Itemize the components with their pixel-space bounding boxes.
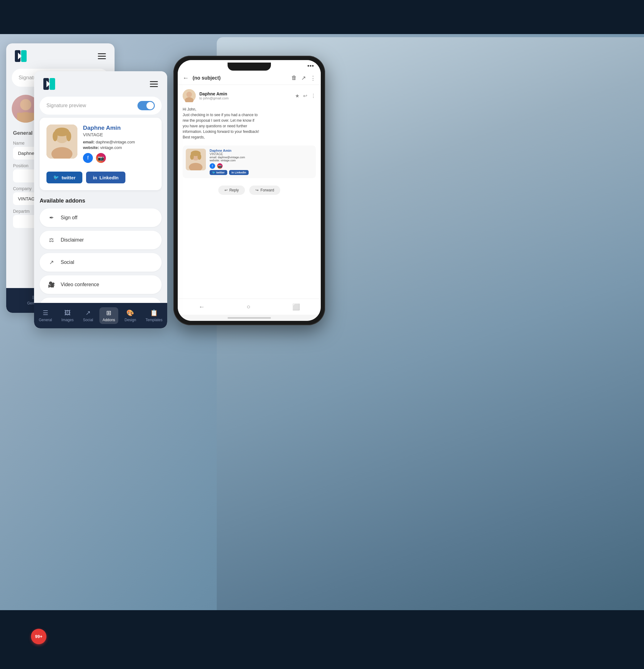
svg-point-24 xyxy=(191,151,201,156)
general-tab-icon: ☰ xyxy=(43,309,48,316)
phone-home-indicator xyxy=(178,315,321,321)
addons-tab-label: Addons xyxy=(102,318,115,322)
more-options-icon[interactable]: ⋮ xyxy=(311,93,316,99)
trash-icon[interactable]: 🗑 xyxy=(291,75,297,82)
social-tab-label: Social xyxy=(83,318,93,322)
sign-off-icon: ✒ xyxy=(47,213,56,222)
email-body-text: Hi John, Just checking in to see if you … xyxy=(183,106,316,140)
phone-outer: ●●● ← (no subject) 🗑 ↗ ⋮ xyxy=(173,56,325,325)
phone-fb-icon: f xyxy=(210,163,215,169)
templates-tab-label: Templates xyxy=(145,318,162,322)
app-logo-front xyxy=(43,78,55,90)
images-tab-label: Images xyxy=(61,318,73,322)
nav-home-icon[interactable]: ○ xyxy=(246,303,250,310)
phone-subject-area: (no subject) xyxy=(192,75,288,81)
addon-disclaimer[interactable]: ⚖ Disclaimer xyxy=(40,231,162,249)
phone-sig-website: website: vintage.com xyxy=(210,159,313,162)
notif-count: 99+ xyxy=(35,634,42,639)
addons-title: Available addons xyxy=(40,198,162,204)
twitter-bird-icon: 🐦 xyxy=(53,175,59,180)
linkedin-btn-label: LinkedIn xyxy=(99,175,118,180)
phone-twitter-btn: 🐦 twitter xyxy=(210,170,227,175)
disclaimer-icon: ⚖ xyxy=(47,236,56,244)
social-tab-icon: ↗ xyxy=(85,309,91,316)
svg-rect-7 xyxy=(49,78,55,90)
phone-subject: (no subject) xyxy=(192,75,288,81)
addon-social[interactable]: ↗ Social xyxy=(40,253,162,272)
phone-sig-email: email: daphne@vintage.com xyxy=(210,156,313,159)
phone-action-icons: 🗑 ↗ ⋮ xyxy=(291,75,316,82)
phone-mockup: ●●● ← (no subject) 🗑 ↗ ⋮ xyxy=(173,56,325,325)
signature-card: Daphne Amin VINTAGE email: daphne@vintag… xyxy=(40,118,162,190)
tab-templates-front[interactable]: 📋 Templates xyxy=(142,307,166,324)
addons-tab-icon: ⊞ xyxy=(106,309,112,316)
social-icons-row: f 📷 xyxy=(83,153,155,163)
menu-icon-front[interactable] xyxy=(150,81,158,87)
svg-point-15 xyxy=(66,131,71,141)
phone-sig-btns: 🐦 twitter in LinkedIn xyxy=(210,170,313,175)
video-conference-label: Video conference xyxy=(61,282,99,287)
website-value: vintage.com xyxy=(100,145,122,150)
top-bar xyxy=(0,0,644,34)
tab-design-front[interactable]: 🎨 Design xyxy=(121,307,139,324)
svg-rect-1 xyxy=(21,50,27,62)
website-label: website: xyxy=(83,145,99,150)
twitter-button[interactable]: 🐦 twitter xyxy=(46,172,82,183)
bottom-bar xyxy=(0,610,644,669)
tab-addons-front[interactable]: ⊞ Addons xyxy=(99,307,118,324)
phone-screen: ●●● ← (no subject) 🗑 ↗ ⋮ xyxy=(178,60,321,321)
addon-video-conference[interactable]: 🎥 Video conference xyxy=(40,275,162,294)
nav-camera-icon[interactable]: ⬜ xyxy=(292,303,300,311)
svg-point-3 xyxy=(20,99,31,110)
sig-preview-toggle-front[interactable] xyxy=(138,101,155,110)
reply-arrow-icon: ↩ xyxy=(225,188,228,193)
front-panel-header xyxy=(34,71,167,97)
facebook-icon[interactable]: f xyxy=(83,153,93,163)
linkedin-icon: in xyxy=(93,175,97,180)
sig-card-inner: Daphne Amin VINTAGE email: daphne@vintag… xyxy=(46,125,155,167)
home-bar xyxy=(228,317,271,319)
general-tab-label: General xyxy=(39,318,52,322)
sign-off-label: Sign off xyxy=(61,215,77,220)
phone-notch xyxy=(228,62,271,71)
star-icon[interactable]: ★ xyxy=(295,93,299,99)
email-sender-row: Daphne Amin to john@gmail.com ★ ↩ ⋮ xyxy=(183,89,316,102)
social-btns-row: 🐦 twitter in LinkedIn xyxy=(46,172,155,183)
addon-sign-off[interactable]: ✒ Sign off xyxy=(40,209,162,227)
reply-label: Reply xyxy=(229,188,239,193)
linkedin-button[interactable]: in LinkedIn xyxy=(86,172,125,183)
phone-reply-btn[interactable]: ↩ Reply xyxy=(218,186,245,195)
front-panel: Signature preview Daphne Amin xyxy=(34,71,167,328)
email-value: daphne@vintage.com xyxy=(96,140,135,144)
tab-images-front[interactable]: 🖼 Images xyxy=(58,308,76,324)
instagram-icon[interactable]: 📷 xyxy=(96,153,106,163)
sig-preview-bar-front: Signature preview xyxy=(40,97,162,115)
sig-website-row: website: vintage.com xyxy=(83,145,155,150)
svg-rect-5 xyxy=(17,113,34,123)
tab-social-front[interactable]: ↗ Social xyxy=(80,307,96,324)
sender-name: Daphne Amin xyxy=(199,91,291,96)
menu-icon-back[interactable] xyxy=(98,53,106,59)
sig-info: Daphne Amin VINTAGE email: daphne@vintag… xyxy=(83,125,155,167)
back-arrow-icon[interactable]: ← xyxy=(183,74,189,82)
tab-general-front[interactable]: ☰ General xyxy=(35,307,55,324)
sig-avatar xyxy=(46,125,77,159)
phone-signal: ●●● xyxy=(307,63,314,68)
phone-forward-btn[interactable]: ↪ Forward xyxy=(249,186,280,195)
disclaimer-label: Disclaimer xyxy=(61,237,84,243)
back-panel-header xyxy=(6,43,115,69)
phone-sig-avatar xyxy=(186,149,206,170)
more-icon[interactable]: ⋮ xyxy=(310,75,316,82)
forward-icon[interactable]: ↗ xyxy=(301,75,306,82)
video-conference-icon: 🎥 xyxy=(47,280,56,289)
twitter-btn-label: twitter xyxy=(62,175,75,180)
reply-icon[interactable]: ↩ xyxy=(303,93,307,99)
nav-back-icon[interactable]: ← xyxy=(199,303,205,310)
sig-preview-label-front: Signature preview xyxy=(46,103,86,109)
phone-sig-company: VINTAGE xyxy=(210,152,313,156)
app-logo-back xyxy=(15,50,27,62)
sender-info: Daphne Amin to john@gmail.com xyxy=(199,91,291,100)
email-action-icons: ★ ↩ ⋮ xyxy=(295,93,316,99)
sender-avatar xyxy=(183,89,196,102)
sig-company: VINTAGE xyxy=(83,132,155,137)
